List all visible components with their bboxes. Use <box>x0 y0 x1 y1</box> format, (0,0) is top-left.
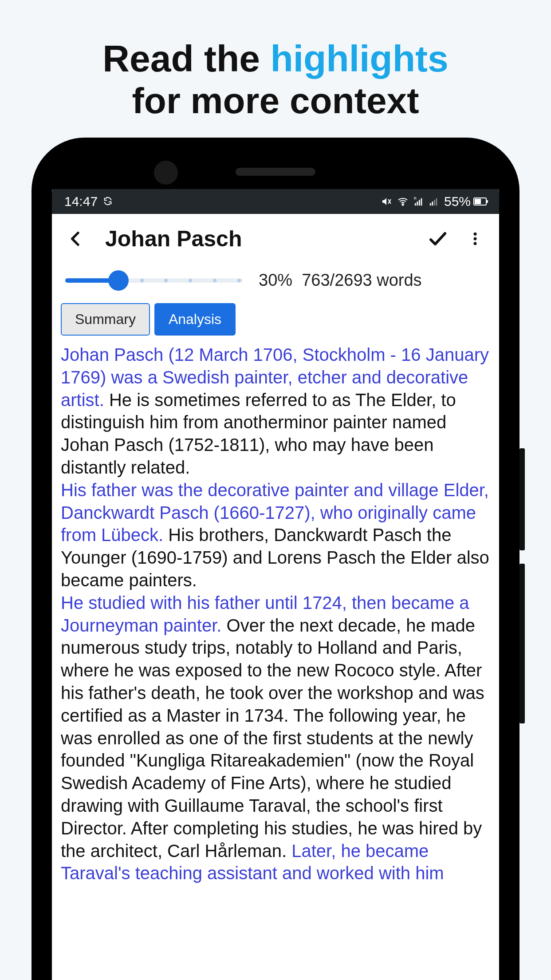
battery-percent: 55% <box>444 194 471 209</box>
svg-point-12 <box>474 233 477 236</box>
tab-summary[interactable]: Summary <box>61 303 150 336</box>
status-bar: 14:47 R <box>52 189 499 214</box>
svg-point-2 <box>402 204 403 205</box>
summary-percent: 30% <box>259 271 292 289</box>
svg-rect-5 <box>417 202 418 205</box>
chevron-left-icon <box>67 230 85 248</box>
headline-accent: highlights <box>270 38 448 79</box>
view-tabs: Summary Analysis <box>52 294 499 340</box>
svg-point-13 <box>474 237 477 241</box>
article-body[interactable]: Johan Pasch (12 March 1706, Stockholm - … <box>52 340 499 885</box>
promo-headline-line1: Read the highlights <box>0 40 551 77</box>
signal-icon <box>429 197 439 206</box>
phone-side-button <box>520 448 525 550</box>
status-time: 14:47 <box>64 194 98 209</box>
phone-speaker-cutout <box>236 168 315 176</box>
summary-length-row: 30% 763/2693 words <box>52 257 499 294</box>
promo-headline-line2: for more context <box>0 80 551 122</box>
check-icon <box>427 228 449 249</box>
phone-screen: 14:47 R <box>52 189 499 980</box>
svg-rect-8 <box>430 203 431 206</box>
wifi-icon <box>397 196 409 207</box>
phone-camera-cutout <box>154 161 178 185</box>
svg-point-14 <box>474 242 477 245</box>
svg-rect-7 <box>421 198 422 206</box>
sync-icon <box>103 194 113 209</box>
slider-thumb[interactable] <box>108 270 129 291</box>
confirm-button[interactable] <box>425 225 451 252</box>
svg-rect-4 <box>415 203 416 206</box>
overflow-menu-button[interactable] <box>462 225 488 252</box>
summary-length-slider[interactable] <box>65 275 243 286</box>
tab-analysis[interactable]: Analysis <box>154 303 236 336</box>
svg-rect-9 <box>432 202 433 205</box>
mute-icon <box>381 196 392 207</box>
app-bar: Johan Pasch <box>52 214 499 257</box>
phone-frame: 14:47 R <box>31 138 520 980</box>
summary-word-count: 763/2693 words <box>302 271 421 289</box>
plain-span: He is sometimes referred to as The Elder… <box>61 390 456 477</box>
more-vertical-icon <box>468 229 482 249</box>
back-button[interactable] <box>63 225 89 252</box>
svg-rect-10 <box>434 200 435 205</box>
phone-bezel: 14:47 R <box>52 158 499 980</box>
signal-r-icon: R <box>414 197 424 206</box>
svg-rect-11 <box>436 198 437 206</box>
plain-span: Over the next decade, he made numerous s… <box>61 616 484 861</box>
battery-icon <box>473 198 487 205</box>
headline-plain: Read the <box>102 38 270 79</box>
page-title: Johan Pasch <box>105 226 414 252</box>
slider-meta: 30% 763/2693 words <box>259 271 422 290</box>
phone-side-button <box>520 564 525 723</box>
svg-rect-6 <box>419 200 420 205</box>
svg-text:R: R <box>414 197 417 201</box>
